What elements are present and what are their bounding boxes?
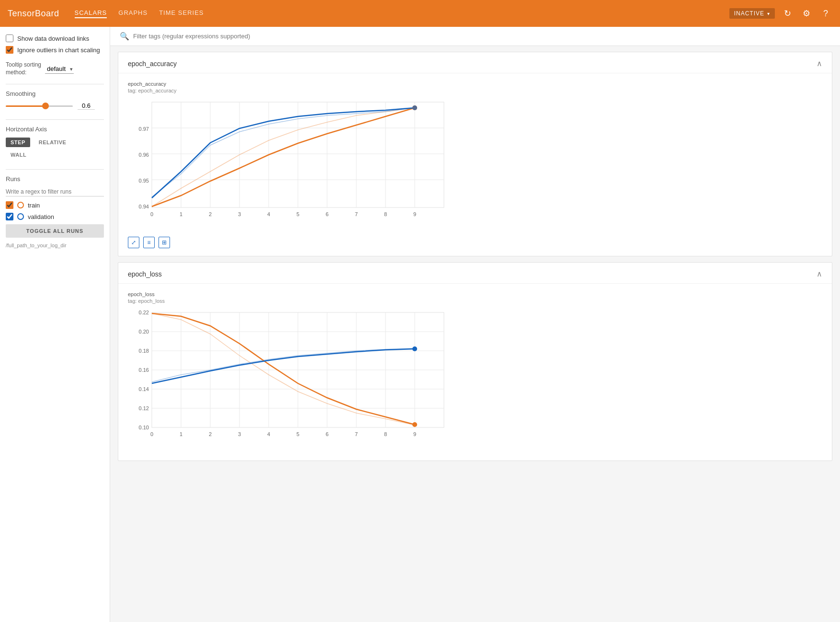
crosshair-icon[interactable]: ⊞ xyxy=(159,237,170,248)
status-dropdown-arrow: ▾ xyxy=(767,11,770,16)
axis-buttons: STEP RELATIVE xyxy=(6,138,104,147)
header: TensorBoard SCALARS GRAPHS TIME SERIES I… xyxy=(0,0,840,27)
smoothing-value-input[interactable] xyxy=(78,102,95,110)
svg-text:6: 6 xyxy=(326,431,329,437)
chart-loss-body: epoch_loss tag: epoch_loss xyxy=(118,284,832,461)
chart-accuracy-subtitle: epoch_accuracy xyxy=(128,81,822,87)
run-train-checkbox[interactable] xyxy=(6,201,13,209)
chart-accuracy-tag: tag: epoch_accuracy xyxy=(128,88,822,93)
runs-section: Runs train validation TOGGLE ALL RUNS /f… xyxy=(6,175,104,248)
search-icon: 🔍 xyxy=(120,32,129,41)
data-icon[interactable]: ≡ xyxy=(143,237,155,248)
svg-text:0.18: 0.18 xyxy=(139,348,149,354)
chart-loss-subtitle: epoch_loss xyxy=(128,291,822,297)
toggle-all-runs-button[interactable]: TOGGLE ALL RUNS xyxy=(6,224,104,238)
smoothing-row xyxy=(6,102,104,110)
svg-text:9: 9 xyxy=(413,431,416,437)
svg-text:6: 6 xyxy=(326,211,329,217)
svg-text:3: 3 xyxy=(238,431,241,437)
header-right: INACTIVE ▾ ↻ ⚙ ? xyxy=(729,7,832,20)
run-row-train[interactable]: train xyxy=(6,201,104,209)
run-row-validation[interactable]: validation xyxy=(6,213,104,220)
axis-step-button[interactable]: STEP xyxy=(6,138,30,147)
run-validation-label: validation xyxy=(28,213,54,220)
ignore-outliers-label: Ignore outliers in chart scaling xyxy=(17,46,100,54)
show-download-label: Show data download links xyxy=(17,35,89,42)
svg-text:2: 2 xyxy=(209,211,212,217)
smoothing-slider[interactable] xyxy=(6,105,73,107)
log-path: /full_path_to_your_log_dir xyxy=(6,242,104,248)
expand-icon[interactable]: ⤢ xyxy=(128,237,139,248)
app-logo: TensorBoard xyxy=(8,9,59,19)
nav-graphs[interactable]: GRAPHS xyxy=(118,9,148,18)
svg-text:2: 2 xyxy=(209,431,212,437)
chart-loss-header: epoch_loss ∧ xyxy=(118,263,832,284)
smoothing-section: Smoothing xyxy=(6,90,104,110)
tooltip-row: Tooltip sorting method: default xyxy=(6,61,104,76)
axis-relative-button[interactable]: RELATIVE xyxy=(34,138,71,147)
svg-text:9: 9 xyxy=(413,211,416,217)
show-download-checkbox[interactable] xyxy=(6,35,13,42)
svg-point-62 xyxy=(412,346,417,351)
run-train-label: train xyxy=(28,202,40,209)
svg-text:0.95: 0.95 xyxy=(139,178,149,184)
svg-text:8: 8 xyxy=(384,211,387,217)
run-train-circle xyxy=(17,202,24,208)
divider-3 xyxy=(6,169,104,170)
horizontal-axis-label: Horizontal Axis xyxy=(6,126,104,133)
ignore-outliers-checkbox[interactable] xyxy=(6,46,13,54)
svg-text:1: 1 xyxy=(180,211,182,217)
divider-2 xyxy=(6,119,104,120)
loss-chart-svg: 0.10 0.12 0.14 0.16 0.18 0.20 0.22 0 1 2… xyxy=(128,308,454,451)
svg-text:5: 5 xyxy=(296,431,299,437)
svg-text:0.14: 0.14 xyxy=(139,386,149,392)
svg-text:7: 7 xyxy=(355,431,358,437)
ignore-outliers-checkbox-row[interactable]: Ignore outliers in chart scaling xyxy=(6,46,104,54)
chart-accuracy-title: epoch_accuracy xyxy=(128,60,177,68)
runs-filter-input[interactable] xyxy=(6,187,104,196)
horizontal-axis-section: Horizontal Axis STEP RELATIVE WALL xyxy=(6,126,104,160)
svg-text:0.20: 0.20 xyxy=(139,329,149,334)
smoothing-label: Smoothing xyxy=(6,90,104,97)
chart-loss-title: epoch_loss xyxy=(128,270,162,278)
tooltip-select[interactable]: default xyxy=(45,64,74,74)
svg-point-61 xyxy=(412,422,417,427)
chart-accuracy-collapse[interactable]: ∧ xyxy=(817,59,822,68)
svg-text:0: 0 xyxy=(150,211,153,217)
tooltip-select-wrap[interactable]: default xyxy=(45,64,74,74)
sidebar: Show data download links Ignore outliers… xyxy=(0,27,110,622)
main-layout: Show data download links Ignore outliers… xyxy=(0,27,840,622)
divider-1 xyxy=(6,84,104,84)
run-validation-circle xyxy=(17,213,24,220)
chart-loss-collapse[interactable]: ∧ xyxy=(817,269,822,278)
svg-text:0.10: 0.10 xyxy=(139,425,149,430)
nav-scalars[interactable]: SCALARS xyxy=(75,9,107,18)
chart-loss-tag: tag: epoch_loss xyxy=(128,298,822,304)
svg-text:0.16: 0.16 xyxy=(139,367,149,373)
chart-accuracy-header: epoch_accuracy ∧ xyxy=(118,52,832,73)
svg-text:0.94: 0.94 xyxy=(139,204,149,209)
chart-epoch-accuracy: epoch_accuracy ∧ epoch_accuracy tag: epo… xyxy=(118,52,832,256)
show-download-checkbox-row[interactable]: Show data download links xyxy=(6,35,104,42)
refresh-icon[interactable]: ↻ xyxy=(781,7,794,20)
svg-text:7: 7 xyxy=(355,211,358,217)
settings-icon[interactable]: ⚙ xyxy=(800,7,813,20)
svg-text:1: 1 xyxy=(180,431,182,437)
svg-text:0.12: 0.12 xyxy=(139,405,149,411)
chart-epoch-loss: epoch_loss ∧ epoch_loss tag: epoch_loss xyxy=(118,262,832,461)
svg-text:8: 8 xyxy=(384,431,387,437)
nav-time-series[interactable]: TIME SERIES xyxy=(159,9,204,18)
accuracy-chart-svg: 0.94 0.95 0.96 0.97 0 1 2 3 4 5 6 7 8 9 xyxy=(128,97,454,231)
filter-tags-input[interactable] xyxy=(133,33,830,40)
filter-bar: 🔍 xyxy=(110,27,840,46)
chart-accuracy-toolbar: ⤢ ≡ ⊞ xyxy=(128,237,822,248)
run-validation-checkbox[interactable] xyxy=(6,213,13,220)
svg-text:4: 4 xyxy=(267,431,270,437)
help-icon[interactable]: ? xyxy=(819,7,832,20)
axis-wall-button[interactable]: WALL xyxy=(6,150,31,160)
svg-point-28 xyxy=(412,105,417,110)
svg-text:5: 5 xyxy=(296,211,299,217)
status-badge[interactable]: INACTIVE ▾ xyxy=(729,8,775,19)
svg-text:0.96: 0.96 xyxy=(139,152,149,158)
svg-text:0: 0 xyxy=(150,431,153,437)
